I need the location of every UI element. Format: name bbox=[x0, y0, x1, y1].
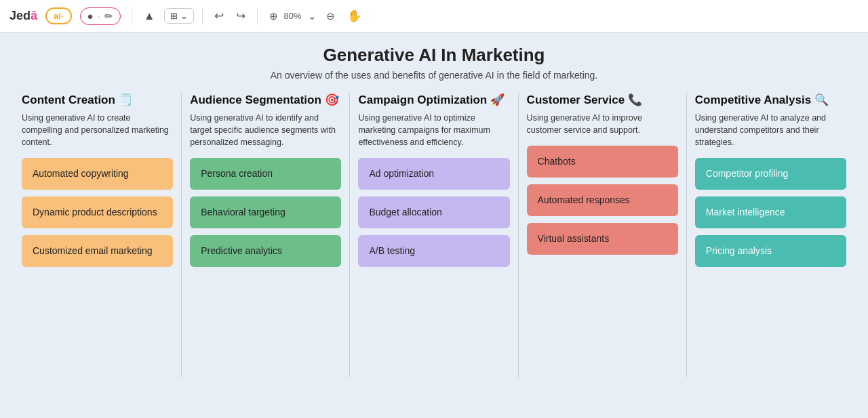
col-header-customer-service: Customer Service 📞 bbox=[527, 93, 678, 108]
undo-button[interactable]: ↩ bbox=[211, 7, 227, 25]
card-ab-testing: A/B testing bbox=[358, 235, 509, 267]
card-chatbots: Chatbots bbox=[527, 146, 678, 177]
card-budget-allocation: Budget allocation bbox=[358, 196, 509, 228]
divider-2 bbox=[202, 8, 203, 24]
zoom-level[interactable]: 80% bbox=[284, 11, 302, 21]
columns-container: Content Creation 🗒️ Using generative AI … bbox=[14, 93, 854, 377]
card-automated-copywriting: Automated copywriting bbox=[22, 158, 173, 190]
ai-button[interactable]: ai· bbox=[45, 7, 71, 24]
brand-accent: ā bbox=[31, 9, 37, 22]
col-header-campaign-optimization: Campaign Optimization 🚀 bbox=[358, 93, 509, 108]
card-ad-optimization: Ad optimization bbox=[358, 158, 509, 190]
pencil-tool-icon[interactable]: ✏ bbox=[104, 10, 113, 22]
canvas: Generative AI In Marketing An overview o… bbox=[0, 33, 868, 418]
card-behavioral-targeting: Behavioral targeting bbox=[190, 196, 341, 228]
separator-dot: · bbox=[98, 10, 100, 22]
column-customer-service: Customer Service 📞 Using generative AI t… bbox=[519, 93, 687, 377]
grid-icon: ⊞ bbox=[170, 11, 178, 21]
cursor-tool-icon[interactable]: ▲ bbox=[140, 7, 159, 25]
column-content-creation: Content Creation 🗒️ Using generative AI … bbox=[14, 93, 182, 377]
grid-select[interactable]: ⊞ ⌄ bbox=[164, 8, 194, 24]
column-competitive-analysis: Competitive Analysis 🔍 Using generative … bbox=[687, 93, 854, 377]
divider-1 bbox=[132, 8, 132, 24]
card-market-intelligence: Market intelligence bbox=[695, 196, 846, 228]
card-customized-email-marketing: Customized email marketing bbox=[22, 235, 173, 267]
card-competitor-profiling: Competitor profiling bbox=[695, 158, 846, 190]
col-desc-content-creation: Using generative AI to create compelling… bbox=[22, 112, 173, 148]
toolbar: Jedā ai· ● · ✏ ▲ ⊞ ⌄ ↩ ↪ ⊕ 80% ⌄ ⊖ ✋ bbox=[0, 0, 868, 33]
card-dynamic-product-descriptions: Dynamic product descriptions bbox=[22, 196, 173, 228]
col-header-competitive-analysis: Competitive Analysis 🔍 bbox=[695, 93, 846, 108]
card-virtual-assistants: Virtual assistants bbox=[527, 223, 678, 255]
card-persona-creation: Persona creation bbox=[190, 158, 341, 190]
divider-3 bbox=[257, 8, 258, 24]
card-automated-responses: Automated responses bbox=[527, 184, 678, 216]
col-desc-competitive-analysis: Using generative AI to analyze and under… bbox=[695, 112, 846, 148]
zoom-in-button[interactable]: ⊕ bbox=[266, 8, 281, 24]
zoom-chevron-icon[interactable]: ⌄ bbox=[304, 8, 320, 24]
draw-tool-group[interactable]: ● · ✏ bbox=[80, 7, 121, 25]
brand-logo: Jedā bbox=[9, 9, 37, 23]
card-predictive-analytics: Predictive analytics bbox=[190, 235, 341, 267]
page-subtitle: An overview of the uses and benefits of … bbox=[14, 70, 854, 81]
grid-chevron: ⌄ bbox=[180, 11, 188, 21]
col-desc-audience-segmentation: Using generative AI to identify and targ… bbox=[190, 112, 341, 148]
column-audience-segmentation: Audience Segmentation 🎯 Using generative… bbox=[182, 93, 350, 377]
col-header-content-creation: Content Creation 🗒️ bbox=[22, 93, 173, 108]
col-desc-campaign-optimization: Using generative AI to optimize marketin… bbox=[358, 112, 509, 148]
col-header-audience-segmentation: Audience Segmentation 🎯 bbox=[190, 93, 341, 108]
page-title: Generative AI In Marketing bbox=[14, 45, 854, 66]
zoom-out-button[interactable]: ⊖ bbox=[323, 8, 338, 24]
column-campaign-optimization: Campaign Optimization 🚀 Using generative… bbox=[350, 93, 518, 377]
hand-tool-icon[interactable]: ✋ bbox=[344, 7, 365, 25]
card-pricing-analysis: Pricing analysis bbox=[695, 235, 846, 267]
redo-button[interactable]: ↪ bbox=[233, 7, 249, 25]
col-desc-customer-service: Using generative AI to improve customer … bbox=[527, 112, 678, 136]
zoom-controls: ⊕ 80% ⌄ ⊖ bbox=[266, 8, 338, 24]
circle-tool-icon[interactable]: ● bbox=[87, 10, 94, 22]
